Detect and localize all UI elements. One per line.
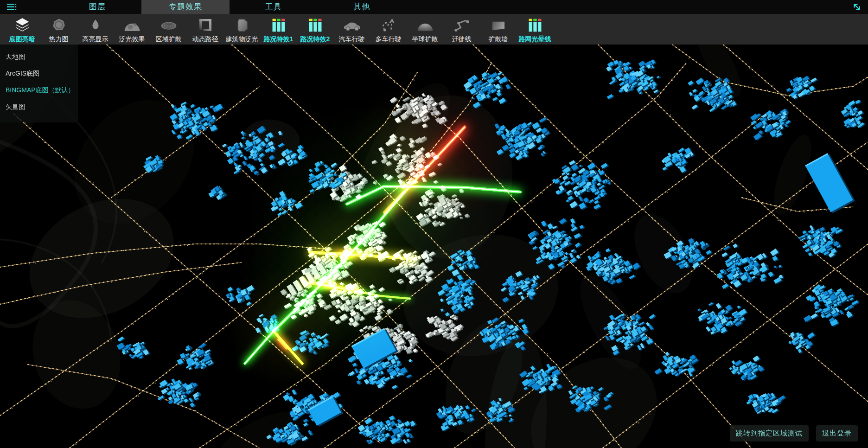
app-window: 图层专题效果工具其他 底图亮暗热力图高亮显示泛光效果区域扩散动态路径建筑物泛光路… xyxy=(0,0,868,448)
effects-toolbar: 底图亮暗热力图高亮显示泛光效果区域扩散动态路径建筑物泛光路况特效1路况特效2汽车… xyxy=(0,14,868,45)
layers-icon xyxy=(13,15,32,35)
basemap-item-vector-map[interactable]: 矢量图 xyxy=(0,98,78,115)
hemisphere-icon xyxy=(415,15,435,35)
toolbar-item-dynamic-path[interactable]: 动态路径 xyxy=(187,14,223,45)
toolbar-item-heatmap[interactable]: 热力图 xyxy=(40,14,77,45)
path-square-icon xyxy=(197,15,214,35)
toolbar-item-traffic-effect-1[interactable]: 路况特效1 xyxy=(260,14,297,45)
toolbar-item-label: 动态路径 xyxy=(192,35,218,43)
toolbar-item-migration-line[interactable]: 迁徙线 xyxy=(443,14,480,45)
dashed-route-icon xyxy=(380,15,397,35)
tab-others[interactable]: 其他 xyxy=(318,0,406,14)
toolbar-item-label: 迁徙线 xyxy=(452,35,472,43)
toolbar-item-label: 路况特效2 xyxy=(300,35,330,43)
tab-tools[interactable]: 工具 xyxy=(230,0,318,14)
ripple-icon xyxy=(159,15,179,35)
toolbar-item-multi-car-driving[interactable]: 多车行驶 xyxy=(370,14,407,45)
map-area: 天地图ArcGIS底图BINGMAP底图（默认）矢量图 跳转到指定区域测试退出登… xyxy=(0,45,868,448)
toolbar-item-label: 多车行驶 xyxy=(376,35,402,43)
basemap-item-tianditu[interactable]: 天地图 xyxy=(0,48,78,65)
toolbar-item-hemisphere-diffusion[interactable]: 半球扩散 xyxy=(407,14,443,45)
toolbar-item-highlight-display[interactable]: 高亮显示 xyxy=(77,14,114,45)
toolbar-item-car-driving[interactable]: 汽车行驶 xyxy=(333,14,370,45)
main-tabs: 图层专题效果工具其他 xyxy=(53,0,406,14)
toolbar-item-building-bloom[interactable]: 建筑物泛光 xyxy=(223,14,260,45)
hamburger-menu-icon[interactable] xyxy=(6,2,18,12)
toolbar-item-label: 底图亮暗 xyxy=(9,35,35,43)
toolbar-item-label: 建筑物泛光 xyxy=(226,35,258,43)
basemap-item-arcgis-basemap[interactable]: ArcGIS底图 xyxy=(0,65,78,82)
logout-button[interactable]: 退出登录 xyxy=(816,425,858,442)
toolbar-item-label: 半球扩散 xyxy=(412,35,438,43)
basemap-item-bingmap-basemap[interactable]: BINGMAP底图（默认） xyxy=(0,82,78,98)
traffic-bars-icon xyxy=(306,15,324,35)
jump-to-area-button[interactable]: 跳转到指定区域测试 xyxy=(730,425,809,442)
block-icon xyxy=(233,15,251,35)
globe-dome-icon xyxy=(122,15,142,35)
toolbar-item-label: 汽车行驶 xyxy=(339,35,365,43)
car-icon xyxy=(342,15,362,35)
tab-thematic-effects[interactable]: 专题效果 xyxy=(141,0,230,14)
city-map-canvas[interactable] xyxy=(0,45,868,448)
footer-buttons: 跳转到指定区域测试退出登录 xyxy=(730,425,858,442)
drop-icon xyxy=(88,15,103,35)
fullscreen-icon[interactable] xyxy=(851,1,862,13)
toolbar-item-label: 路网光晕线 xyxy=(519,35,551,43)
tab-layers[interactable]: 图层 xyxy=(53,0,141,14)
wall-icon xyxy=(489,15,508,35)
zigzag-icon xyxy=(453,15,471,35)
toolbar-item-label: 高亮显示 xyxy=(83,35,108,43)
toolbar-item-label: 泛光效果 xyxy=(119,35,145,43)
toolbar-item-area-diffusion[interactable]: 区域扩散 xyxy=(150,14,187,45)
toolbar-item-basemap-brightness[interactable]: 底图亮暗 xyxy=(4,14,40,45)
toolbar-item-label: 扩散墙 xyxy=(489,35,508,43)
toolbar-item-label: 路况特效1 xyxy=(264,35,294,43)
heat-blob-icon xyxy=(50,15,68,35)
traffic-bars-icon xyxy=(270,15,287,35)
traffic-bars-icon xyxy=(526,15,544,35)
toolbar-item-traffic-effect-2[interactable]: 路况特效2 xyxy=(297,14,333,45)
toolbar-item-label: 区域扩散 xyxy=(156,35,182,43)
toolbar-item-bloom-effect[interactable]: 泛光效果 xyxy=(114,14,150,45)
toolbar-item-diffusion-wall[interactable]: 扩散墙 xyxy=(480,14,517,45)
toolbar-item-road-network-glow[interactable]: 路网光晕线 xyxy=(517,14,553,45)
menu-bar: 图层专题效果工具其他 xyxy=(0,0,868,14)
toolbar-item-label: 热力图 xyxy=(49,35,69,43)
basemap-dropdown-panel: 天地图ArcGIS底图BINGMAP底图（默认）矢量图 xyxy=(0,45,78,122)
